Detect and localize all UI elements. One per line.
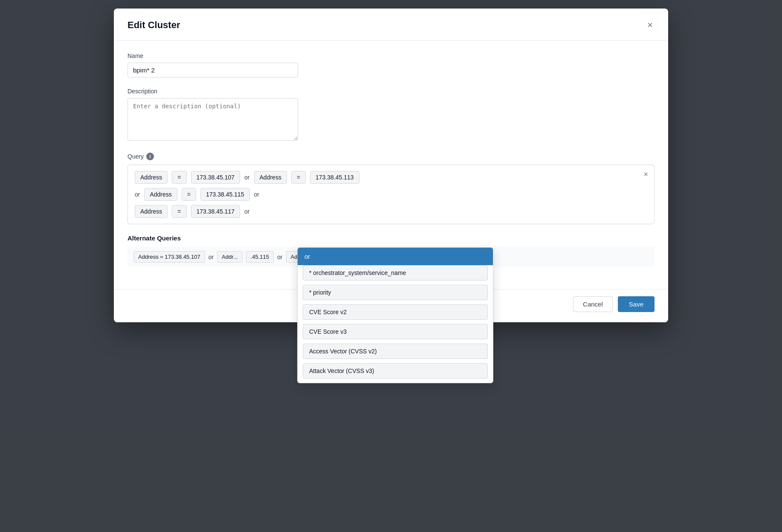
close-button[interactable]: × (646, 19, 655, 32)
query-pill: = (172, 171, 186, 184)
query-pill: 173.38.45.113 (310, 171, 359, 184)
name-field-group: Name (127, 52, 655, 78)
query-op: or (254, 191, 259, 198)
query-pill: = (182, 188, 196, 201)
save-button[interactable]: Save (618, 296, 655, 312)
query-label: Query i (127, 153, 655, 160)
query-pill: Address (144, 188, 177, 201)
dropdown-item-2[interactable]: * priority (298, 285, 493, 304)
modal-title: Edit Cluster (127, 20, 180, 31)
query-op: or (277, 254, 282, 260)
alt-pill: Addr... (217, 251, 243, 263)
description-label: Description (127, 88, 655, 95)
query-pill: = (172, 205, 186, 218)
query-pill: Address (135, 205, 168, 218)
query-pill: = (291, 171, 306, 184)
dropdown-item-5[interactable]: Access Vector (CVSS v2) (298, 344, 493, 363)
query-row-3: Address = 173.38.45.117 or (135, 205, 647, 218)
dropdown-item-4[interactable]: CVE Score v3 (298, 324, 493, 344)
dropdown-btn-access-vector[interactable]: Access Vector (CVSS v2) (303, 344, 488, 359)
query-box: × Address = 173.38.45.107 or Address = 1… (127, 165, 655, 224)
name-input[interactable] (127, 63, 298, 78)
modal-overlay: Edit Cluster × Name Description Query i (0, 0, 782, 532)
query-field-group: Query i × Address = 173.38.45.107 or Add… (127, 153, 655, 224)
query-close-button[interactable]: × (643, 170, 648, 179)
query-pill: 173.38.45.107 (191, 171, 240, 184)
query-op: or (209, 254, 214, 260)
dropdown-item-6[interactable]: Attack Vector (CVSS v3) (298, 363, 493, 383)
query-op: or (135, 191, 140, 198)
dropdown-item-1[interactable]: * orchestrator_system/service_name (298, 265, 493, 285)
dropdown-item-3[interactable]: CVE Score v2 (298, 304, 493, 324)
description-input[interactable] (127, 98, 298, 141)
alt-pill: Address = 173.38.45.107 (133, 251, 205, 263)
query-pill: 173.38.45.117 (191, 205, 240, 218)
dropdown-btn-priority[interactable]: * priority (303, 285, 488, 300)
query-row-1: Address = 173.38.45.107 or Address = 173… (135, 171, 647, 184)
alt-pill: .45.115 (246, 251, 274, 263)
dropdown-header: or (298, 248, 493, 265)
name-label: Name (127, 52, 655, 59)
query-pill: Address (254, 171, 287, 184)
cancel-button[interactable]: Cancel (573, 296, 613, 312)
query-op: or (244, 208, 249, 215)
query-row-2: or Address = 173.38.45.115 or (135, 188, 647, 201)
dropdown-btn-cve-v3[interactable]: CVE Score v3 (303, 324, 488, 339)
modal-header: Edit Cluster × (114, 9, 668, 40)
query-op: or (244, 174, 249, 181)
edit-cluster-modal: Edit Cluster × Name Description Query i (114, 9, 668, 322)
alternate-queries-label: Alternate Queries (127, 234, 655, 242)
dropdown-btn-attack-vector[interactable]: Attack Vector (CVSS v3) (303, 363, 488, 379)
query-pill: Address (135, 171, 168, 184)
description-field-group: Description (127, 88, 655, 142)
query-info-icon[interactable]: i (146, 153, 154, 160)
dropdown-btn-cve-v2[interactable]: CVE Score v2 (303, 304, 488, 320)
dropdown-menu: or * orchestrator_system/service_name * … (297, 247, 493, 383)
dropdown-btn-orchestrator[interactable]: * orchestrator_system/service_name (303, 265, 488, 280)
query-pill: 173.38.45.115 (200, 188, 250, 201)
